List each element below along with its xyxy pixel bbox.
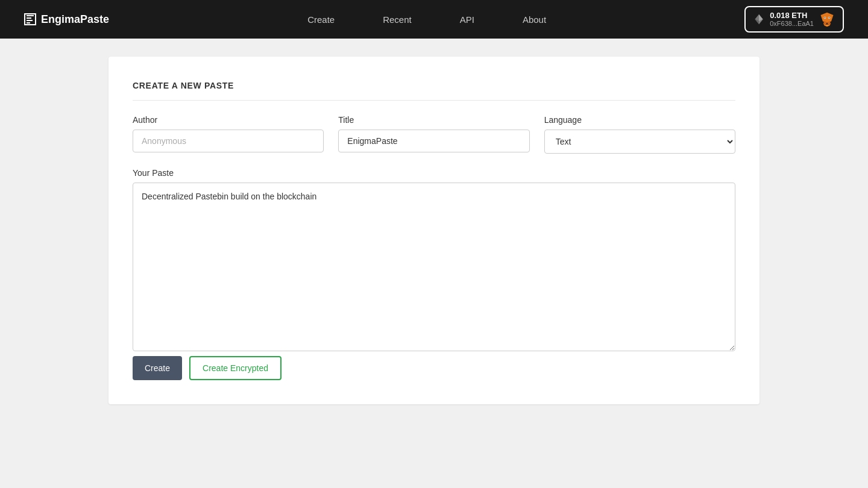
create-button[interactable]: Create bbox=[133, 356, 182, 380]
logo[interactable]: EngimaPaste bbox=[24, 13, 109, 26]
nav-create[interactable]: Create bbox=[307, 14, 335, 25]
eth-amount: 0.018 ETH bbox=[770, 11, 814, 20]
language-group: Language Text JavaScript Python HTML CSS bbox=[544, 115, 735, 154]
author-group: Author bbox=[133, 115, 324, 154]
svg-rect-1 bbox=[27, 17, 31, 19]
ethereum-icon bbox=[753, 13, 765, 25]
title-label: Title bbox=[338, 115, 529, 125]
logo-icon bbox=[24, 13, 36, 25]
wallet-info: 0.018 ETH 0xF638...EaA1 bbox=[770, 11, 814, 28]
metamask-icon bbox=[819, 11, 835, 28]
author-label: Author bbox=[133, 115, 324, 125]
svg-rect-0 bbox=[27, 15, 34, 16]
main-content: CREATE A NEW PASTE Author Title Language… bbox=[0, 39, 868, 422]
paste-label: Your Paste bbox=[133, 168, 735, 178]
svg-marker-8 bbox=[821, 13, 834, 23]
create-encrypted-button[interactable]: Create Encrypted bbox=[189, 356, 281, 380]
form-row-top: Author Title Language Text JavaScript Py… bbox=[133, 115, 735, 154]
svg-point-17 bbox=[829, 17, 830, 19]
form-card: CREATE A NEW PASTE Author Title Language… bbox=[108, 57, 760, 404]
nav-links: Create Recent API About bbox=[307, 14, 546, 25]
logo-text: EngimaPaste bbox=[41, 13, 109, 26]
nav-recent[interactable]: Recent bbox=[383, 14, 412, 25]
page-title: CREATE A NEW PASTE bbox=[133, 81, 735, 101]
navbar: EngimaPaste Create Recent API About 0.01… bbox=[0, 0, 868, 39]
language-select[interactable]: Text JavaScript Python HTML CSS bbox=[544, 130, 735, 154]
title-group: Title bbox=[338, 115, 529, 154]
svg-rect-2 bbox=[27, 20, 33, 21]
wallet-badge[interactable]: 0.018 ETH 0xF638...EaA1 bbox=[744, 6, 844, 33]
eth-address: 0xF638...EaA1 bbox=[770, 20, 814, 28]
button-row: Create Create Encrypted bbox=[133, 356, 735, 380]
author-input[interactable] bbox=[133, 130, 324, 152]
svg-point-16 bbox=[825, 17, 826, 19]
title-input[interactable] bbox=[338, 130, 529, 152]
svg-marker-6 bbox=[759, 14, 763, 22]
paste-group: Your Paste Decentralized Pastebin build … bbox=[133, 168, 735, 351]
nav-api[interactable]: API bbox=[460, 14, 474, 25]
svg-rect-3 bbox=[27, 22, 30, 23]
paste-textarea[interactable]: Decentralized Pastebin build on the bloc… bbox=[133, 183, 735, 351]
nav-about[interactable]: About bbox=[523, 14, 546, 25]
language-label: Language bbox=[544, 115, 735, 125]
